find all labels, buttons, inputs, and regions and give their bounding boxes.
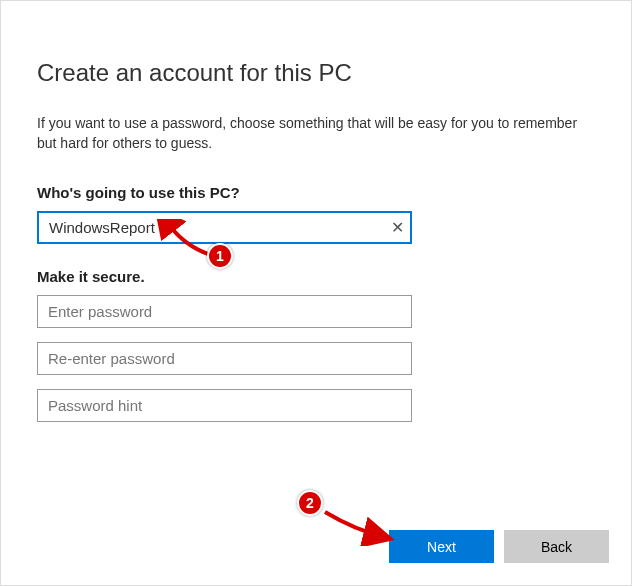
clear-icon[interactable]: ✕ [391, 218, 404, 237]
page-title: Create an account for this PC [37, 59, 595, 87]
username-input[interactable] [37, 211, 412, 244]
password-input[interactable] [37, 295, 412, 328]
password-hint-input[interactable] [37, 389, 412, 422]
annotation-badge-2: 2 [297, 490, 323, 516]
page-description: If you want to use a password, choose so… [37, 113, 595, 154]
username-label: Who's going to use this PC? [37, 184, 595, 201]
username-field-wrap: ✕ [37, 211, 412, 244]
back-button[interactable]: Back [504, 530, 609, 563]
secure-label: Make it secure. [37, 268, 595, 285]
reenter-password-input[interactable] [37, 342, 412, 375]
annotation-arrow-2 [317, 504, 397, 546]
next-button[interactable]: Next [389, 530, 494, 563]
